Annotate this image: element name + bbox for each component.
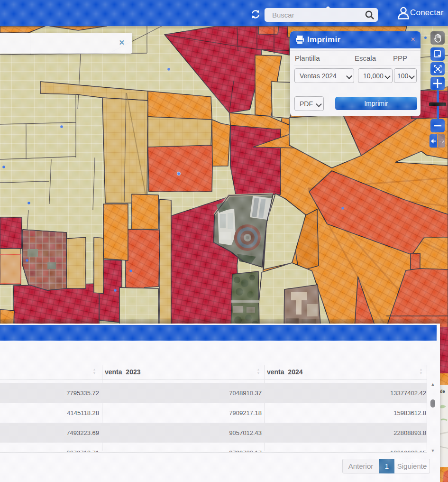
- svg-text:de: de: [440, 389, 445, 394]
